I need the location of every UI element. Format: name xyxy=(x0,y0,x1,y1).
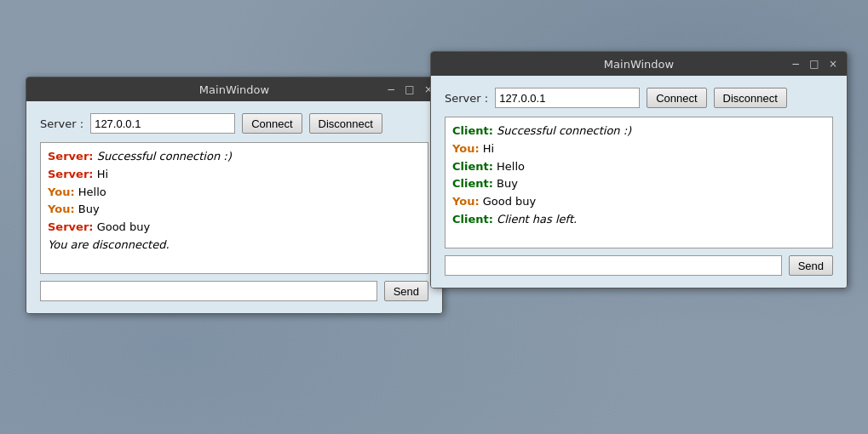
chat-prefix: You: xyxy=(48,186,75,198)
chat-line: Client: Buy xyxy=(452,175,825,193)
chat-line: Client: Successful connection :) xyxy=(452,123,825,140)
chat-area-1: Server: Successful connection :) Server:… xyxy=(40,142,428,274)
chat-text: You are disconnected. xyxy=(48,238,170,251)
minimize-button-1[interactable]: − xyxy=(384,83,398,96)
chat-prefix: You: xyxy=(452,142,480,155)
chat-prefix: Client: xyxy=(452,177,493,190)
server-label-2: Server : xyxy=(445,92,488,105)
chat-line: Client: Client has left. xyxy=(452,211,825,229)
chat-line: You: Buy xyxy=(48,201,421,219)
connect-button-1[interactable]: Connect xyxy=(242,113,302,134)
window-1-title: MainWindow xyxy=(84,83,384,96)
chat-prefix: Client: xyxy=(452,124,493,137)
chat-line: You: Hello xyxy=(48,184,421,202)
window-1: MainWindow − □ × Server : Connect Discon… xyxy=(26,77,443,314)
chat-prefix: You: xyxy=(48,203,75,215)
chat-prefix: Server: xyxy=(48,220,94,233)
titlebar-2: MainWindow − □ × xyxy=(431,52,847,76)
chat-prefix: Server: xyxy=(48,150,94,163)
chat-text: Successful connection :) xyxy=(97,150,232,163)
window-body-2: Server : Connect Disconnect Client: Succ… xyxy=(431,76,847,288)
server-label-1: Server : xyxy=(40,117,83,130)
chat-text: Successful connection :) xyxy=(497,124,631,137)
chat-text: Buy xyxy=(78,203,100,215)
chat-line: Server: Good buy xyxy=(48,219,421,237)
minimize-button-2[interactable]: − xyxy=(789,57,802,71)
chat-text: Buy xyxy=(497,177,518,190)
server-row-2: Server : Connect Disconnect xyxy=(445,88,833,108)
input-row-2: Send xyxy=(445,255,833,276)
connect-button-2[interactable]: Connect xyxy=(647,88,706,108)
maximize-button-2[interactable]: □ xyxy=(808,57,821,71)
send-button-2[interactable]: Send xyxy=(789,255,833,276)
chat-area-2: Client: Successful connection :) You: Hi… xyxy=(445,117,833,248)
titlebar-controls-1: − □ × xyxy=(384,83,435,96)
chat-text: Good buy xyxy=(483,195,537,208)
titlebar-controls-2: − □ × xyxy=(789,57,840,71)
chat-text: Hi xyxy=(97,168,108,180)
message-input-2[interactable] xyxy=(445,255,782,276)
chat-prefix: You: xyxy=(452,195,480,208)
disconnect-button-2[interactable]: Disconnect xyxy=(714,88,787,108)
chat-prefix: Client: xyxy=(452,213,493,226)
chat-line: Server: Successful connection :) xyxy=(48,148,421,166)
chat-prefix: Server: xyxy=(48,168,94,180)
chat-text: Client has left. xyxy=(497,213,577,226)
chat-text: Hello xyxy=(78,186,106,198)
chat-line: Server: Hi xyxy=(48,166,421,184)
server-input-1[interactable] xyxy=(90,113,235,134)
maximize-button-1[interactable]: □ xyxy=(403,83,417,96)
chat-line: You are disconnected. xyxy=(48,237,421,254)
window-2: MainWindow − □ × Server : Connect Discon… xyxy=(430,51,848,288)
chat-text: Hi xyxy=(483,142,494,155)
chat-line: Client: Hello xyxy=(452,158,825,176)
close-button-2[interactable]: × xyxy=(826,57,840,71)
server-row-1: Server : Connect Disconnect xyxy=(40,113,428,134)
chat-line: You: Hi xyxy=(452,140,825,158)
titlebar-1: MainWindow − □ × xyxy=(26,77,442,101)
chat-prefix: Client: xyxy=(452,160,493,173)
input-row-1: Send xyxy=(40,281,428,301)
window-2-title: MainWindow xyxy=(489,58,789,71)
chat-text: Good buy xyxy=(97,220,151,233)
chat-text: Hello xyxy=(497,160,525,173)
server-input-2[interactable] xyxy=(495,88,640,108)
send-button-1[interactable]: Send xyxy=(384,281,428,301)
disconnect-button-1[interactable]: Disconnect xyxy=(309,113,382,134)
window-body-1: Server : Connect Disconnect Server: Succ… xyxy=(26,101,442,313)
message-input-1[interactable] xyxy=(40,281,377,301)
chat-line: You: Good buy xyxy=(452,193,825,211)
